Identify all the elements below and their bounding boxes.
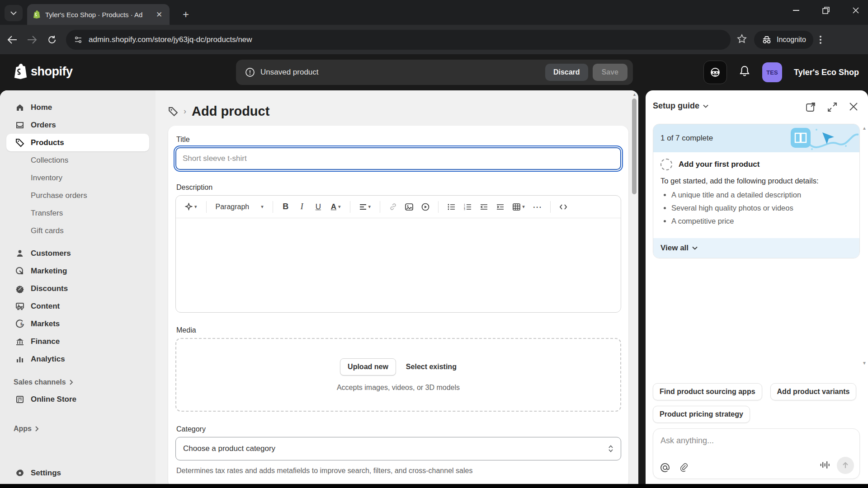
- sidebar-item-markets[interactable]: $ Markets: [0, 315, 156, 333]
- main-scrollbar[interactable]: [632, 99, 637, 480]
- step-title[interactable]: Add your first product: [679, 160, 760, 169]
- incognito-label: Incognito: [777, 36, 806, 44]
- sidebar-item-gift-cards[interactable]: Gift cards: [0, 222, 156, 239]
- shopify-logo[interactable]: shopify: [13, 62, 73, 80]
- chip-find-sourcing-apps[interactable]: Find product sourcing apps: [653, 383, 762, 400]
- product-form-card: Title Description ▾ Paragraph: [168, 126, 628, 488]
- setup-guide-header[interactable]: Setup guide: [653, 101, 708, 111]
- sidebar-item-customers[interactable]: Customers: [0, 244, 156, 262]
- notifications-bell-icon[interactable]: [739, 65, 750, 80]
- minimize-button[interactable]: [789, 4, 803, 17]
- indent-button[interactable]: [493, 199, 507, 215]
- insert-video-button[interactable]: [418, 199, 433, 215]
- browser-menu-icon[interactable]: [820, 36, 821, 44]
- view-all-button[interactable]: View all: [653, 238, 859, 258]
- chip-add-product-variants[interactable]: Add product variants: [770, 383, 857, 400]
- paragraph-style-dropdown[interactable]: Paragraph ▾: [212, 199, 267, 215]
- category-select[interactable]: Choose a product category: [175, 437, 621, 460]
- forward-button[interactable]: [24, 32, 40, 47]
- breadcrumb-separator: ›: [184, 107, 186, 116]
- numbered-list-button[interactable]: 123: [460, 199, 475, 215]
- expand-icon[interactable]: [827, 102, 837, 112]
- sidebar-item-label: Content: [31, 302, 60, 311]
- link-button[interactable]: [386, 199, 400, 215]
- panel-scroll-down-arrow[interactable]: ▼: [862, 361, 867, 366]
- send-button[interactable]: [837, 457, 854, 474]
- save-button[interactable]: Save: [593, 64, 627, 81]
- sidebar-item-collections[interactable]: Collections: [0, 151, 156, 169]
- outdent-button[interactable]: [476, 199, 491, 215]
- sidekick-assistant-button[interactable]: [703, 61, 727, 84]
- apps-header[interactable]: Apps: [0, 421, 156, 437]
- sidebar-item-transfers[interactable]: Transfers: [0, 204, 156, 222]
- sidebar-item-discounts[interactable]: Discounts: [0, 280, 156, 297]
- discard-button[interactable]: Discard: [545, 64, 588, 81]
- sidebar-item-orders[interactable]: Orders: [0, 116, 156, 134]
- close-panel-icon[interactable]: [849, 102, 858, 111]
- sidebar-item-online-store[interactable]: Online Store: [0, 390, 156, 408]
- sidebar-item-label: Settings: [31, 469, 61, 478]
- sidebar-item-inventory[interactable]: Inventory: [0, 169, 156, 187]
- sidebar-item-analytics[interactable]: Analytics: [0, 350, 156, 368]
- store-avatar[interactable]: TES: [762, 62, 782, 82]
- insert-table-button[interactable]: ▾: [509, 199, 528, 215]
- bookmark-star-icon[interactable]: [737, 34, 747, 46]
- attachment-paperclip-icon[interactable]: [679, 462, 689, 473]
- title-input[interactable]: [175, 147, 621, 170]
- indent-icon: [496, 204, 504, 210]
- scrollbar-up-arrow[interactable]: ▲: [632, 92, 637, 97]
- open-in-new-icon[interactable]: [806, 102, 816, 112]
- products-tag-icon[interactable]: [168, 107, 178, 117]
- step-intro: To get started, add the following produc…: [660, 177, 852, 185]
- step-progress-circle-icon[interactable]: [660, 159, 672, 170]
- bulleted-list-button[interactable]: [444, 199, 458, 215]
- browser-tab[interactable]: Tyler's Eco Shop · Products · Ad ✕: [27, 4, 170, 25]
- bold-button[interactable]: B: [278, 199, 293, 215]
- back-button[interactable]: [5, 32, 20, 47]
- sidebar-item-purchase-orders[interactable]: Purchase orders: [0, 187, 156, 204]
- unsaved-alert-text: Unsaved product: [260, 68, 545, 77]
- sidebar-item-marketing[interactable]: Marketing: [0, 262, 156, 280]
- panel-scroll-up-arrow[interactable]: ▲: [862, 126, 867, 131]
- chevron-right-icon: [35, 426, 39, 432]
- tab-close-icon[interactable]: ✕: [154, 9, 164, 19]
- underline-button[interactable]: U: [311, 199, 326, 215]
- mention-at-icon[interactable]: [660, 462, 670, 473]
- description-label: Description: [176, 183, 621, 192]
- sidebar-item-label: Discounts: [31, 284, 68, 293]
- page-info-icon[interactable]: [74, 36, 82, 44]
- text-color-button[interactable]: A▾: [327, 199, 344, 215]
- sales-channels-header[interactable]: Sales channels: [0, 374, 156, 390]
- ask-anything-input[interactable]: [660, 436, 850, 446]
- sparkle-icon: [185, 203, 193, 211]
- voice-waveform-icon[interactable]: [820, 460, 830, 470]
- media-dropzone[interactable]: Upload new Select existing Accepts image…: [175, 338, 621, 412]
- restore-button[interactable]: [819, 4, 833, 17]
- address-bar[interactable]: admin.shopify.com/store/jy63jq-dc/produc…: [66, 30, 731, 50]
- shopify-bag-icon: [13, 62, 28, 80]
- description-textarea[interactable]: [176, 218, 621, 312]
- new-tab-button[interactable]: +: [179, 7, 193, 22]
- sidebar-item-finance[interactable]: Finance: [0, 333, 156, 350]
- insert-image-button[interactable]: [402, 199, 416, 215]
- sidebar-item-settings[interactable]: Settings: [0, 464, 156, 482]
- topbar-right: TES Tyler's Eco Shop: [703, 61, 859, 84]
- close-window-button[interactable]: [849, 4, 863, 17]
- select-existing-button[interactable]: Select existing: [406, 363, 457, 371]
- sidebar-item-home[interactable]: Home: [0, 99, 156, 116]
- sidebar-item-label: Purchase orders: [31, 191, 87, 200]
- alignment-button[interactable]: ▾: [356, 199, 375, 215]
- outdent-icon: [480, 204, 488, 210]
- sidebar-item-products[interactable]: Products: [6, 134, 149, 151]
- more-options-button[interactable]: ⋯: [530, 199, 545, 215]
- scrollbar-thumb[interactable]: [632, 99, 637, 194]
- italic-button[interactable]: I: [295, 199, 309, 215]
- reload-button[interactable]: [44, 32, 60, 47]
- tab-search-button[interactable]: [5, 5, 23, 21]
- sidebar-item-content[interactable]: Content: [0, 297, 156, 315]
- magic-ai-button[interactable]: ▾: [181, 199, 201, 215]
- upload-new-button[interactable]: Upload new: [340, 358, 396, 375]
- content-area: › Add product Title Description ▾: [156, 90, 633, 488]
- code-view-button[interactable]: [556, 199, 571, 215]
- chip-product-pricing-strategy[interactable]: Product pricing strategy: [653, 406, 750, 423]
